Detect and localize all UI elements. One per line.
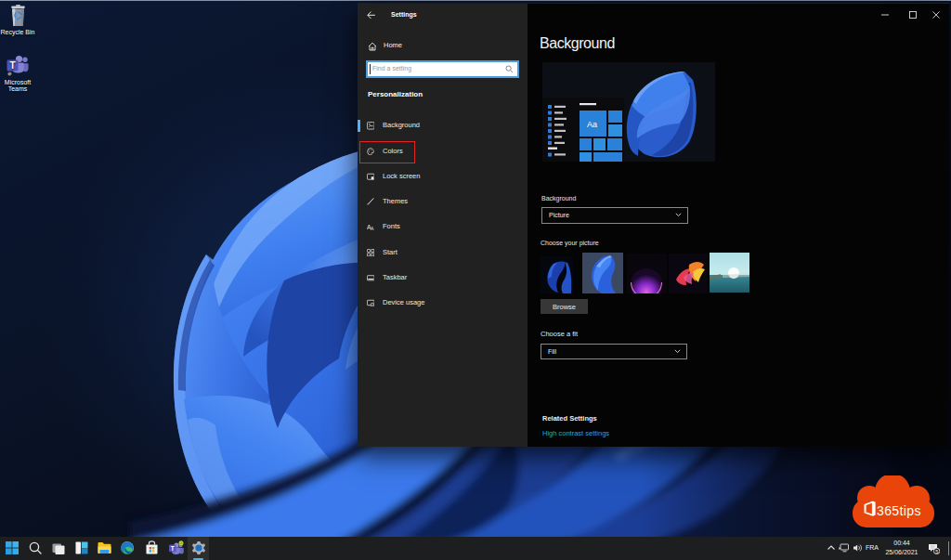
svg-text:365tips: 365tips <box>877 503 921 518</box>
svg-text:T: T <box>171 545 175 552</box>
svg-text:5: 5 <box>935 549 938 554</box>
svg-text:A: A <box>370 226 373 231</box>
svg-text:T: T <box>9 60 15 71</box>
svg-text:Aa: Aa <box>587 120 597 129</box>
